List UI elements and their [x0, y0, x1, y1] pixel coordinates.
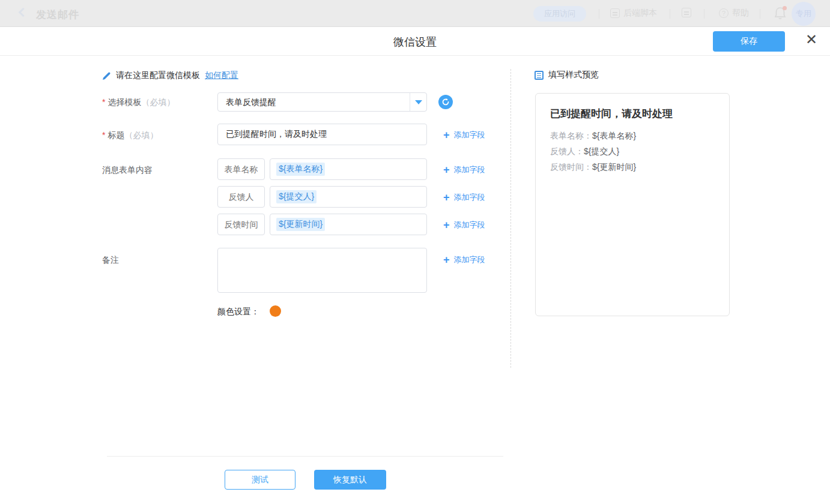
how-to-config-link[interactable]: 如何配置 — [205, 70, 238, 81]
color-swatch[interactable] — [270, 305, 281, 317]
plus-icon: + — [443, 220, 450, 230]
page: 发送邮件 应用访问 后端脚本 ? 帮助 专用 微信设置 — [0, 0, 830, 504]
template-label: *选择模板（必填） — [102, 97, 175, 108]
divider — [670, 9, 670, 19]
restore-default-button[interactable]: 恢复默认 — [314, 470, 386, 490]
required-mark: * — [102, 130, 105, 140]
app-access-button[interactable]: 应用访问 — [533, 6, 586, 22]
remark-label: 备注 — [102, 255, 119, 266]
close-icon[interactable]: ✕ — [803, 31, 820, 48]
plus-icon: + — [443, 130, 450, 140]
template-select-value: 表单反馈提醒 — [226, 93, 276, 111]
add-field-title-button[interactable]: + 添加字段 — [443, 130, 485, 140]
help-label: 帮助 — [732, 8, 749, 19]
preview-line: 反馈时间：${更新时间} — [550, 159, 715, 175]
add-field-remark-button[interactable]: + 添加字段 — [443, 254, 485, 265]
config-hint-line: 请在这里配置微信模板 如何配置 — [102, 70, 238, 81]
divider — [760, 9, 760, 19]
page-title: 发送邮件 — [36, 8, 79, 22]
preview-line: 反馈人：${提交人} — [550, 143, 715, 159]
notification-bell-icon[interactable] — [774, 6, 787, 20]
field-value-input[interactable]: ${更新时间} — [270, 214, 427, 235]
remark-textarea[interactable] — [217, 248, 427, 293]
color-setting-label: 颜色设置： — [217, 307, 259, 317]
help-button[interactable]: ? 帮助 — [719, 8, 749, 19]
question-icon: ? — [719, 8, 729, 18]
plus-icon: + — [443, 192, 450, 203]
preview-doc-icon — [535, 71, 544, 80]
backend-script-label: 后端脚本 — [623, 8, 657, 19]
config-hint-text: 请在这里配置微信模板 — [116, 70, 200, 81]
notification-dot — [783, 6, 787, 10]
title-input[interactable] — [217, 124, 427, 145]
field-key-input[interactable] — [217, 186, 265, 208]
back-chevron-icon[interactable] — [19, 8, 28, 17]
add-field-row1-button[interactable]: + 添加字段 — [443, 164, 485, 175]
field-token: ${更新时间} — [276, 218, 325, 231]
content-label: 消息表单内容 — [102, 165, 153, 176]
backend-script-button[interactable]: 后端脚本 — [610, 8, 657, 19]
required-mark: * — [102, 97, 105, 107]
chevron-down-icon — [415, 100, 422, 108]
select-caret-section[interactable] — [410, 93, 426, 111]
field-value-input[interactable]: ${提交人} — [270, 186, 427, 208]
modal-header: 微信设置 保存 ✕ — [0, 27, 830, 56]
save-button[interactable]: 保存 — [713, 31, 785, 52]
field-key-input[interactable] — [217, 158, 265, 180]
template-select[interactable]: 表单反馈提醒 — [217, 92, 427, 112]
footer-divider — [107, 456, 503, 457]
script-icon — [682, 8, 691, 17]
add-field-row2-button[interactable]: + 添加字段 — [443, 192, 485, 203]
field-value-input[interactable]: ${表单名称} — [270, 158, 427, 180]
code-icon — [610, 8, 620, 18]
field-token: ${表单名称} — [276, 163, 325, 176]
title-label: *标题（必填） — [102, 130, 158, 141]
modal-title: 微信设置 — [0, 35, 830, 49]
preview-title: 已到提醒时间，请及时处理 — [550, 107, 715, 121]
test-button[interactable]: 测试 — [225, 470, 295, 490]
preview-header: 填写样式预览 — [535, 70, 599, 80]
script-button[interactable] — [682, 8, 691, 17]
field-key-input[interactable] — [217, 214, 265, 235]
plus-icon: + — [443, 254, 450, 265]
preview-header-label: 填写样式预览 — [548, 70, 599, 80]
divider — [704, 9, 704, 19]
preview-card: 已到提醒时间，请及时处理 表单名称：${表单名称} 反馈人：${提交人} 反馈时… — [535, 93, 730, 316]
topbar-dimmed: 发送邮件 应用访问 后端脚本 ? 帮助 专用 — [0, 0, 830, 27]
avatar[interactable]: 专用 — [792, 2, 816, 26]
add-field-row3-button[interactable]: + 添加字段 — [443, 220, 485, 230]
wechat-settings-modal: 微信设置 保存 ✕ 请在这里配置微信模板 如何配置 *选择模板（必填） 表单反馈… — [0, 27, 830, 504]
vertical-divider — [510, 69, 511, 368]
plus-icon: + — [443, 164, 450, 175]
refresh-icon — [441, 98, 450, 106]
pencil-icon — [102, 71, 111, 80]
field-token: ${提交人} — [276, 190, 317, 203]
divider — [599, 9, 599, 19]
preview-line: 表单名称：${表单名称} — [550, 128, 715, 143]
refresh-templates-button[interactable] — [438, 95, 453, 109]
